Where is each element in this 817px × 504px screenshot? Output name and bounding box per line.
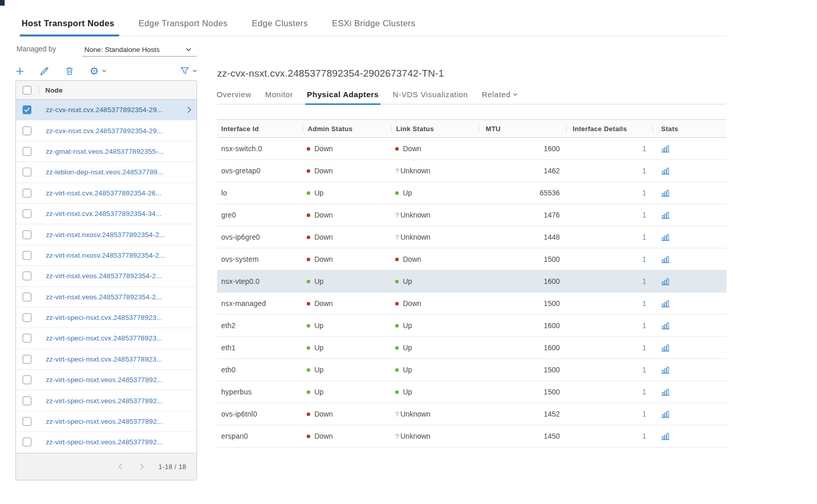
interface-details-link[interactable]: 1 <box>642 321 646 330</box>
interface-details-link[interactable]: 1 <box>642 410 646 418</box>
node-row[interactable]: zz-gmat-nsxt.veos.2485377892355-... <box>16 141 197 162</box>
node-row[interactable]: zz-virt-nsxt.veos.2485377892354-2... <box>16 287 197 308</box>
node-link[interactable]: zz-cvx-nsxt.cvx.2485377892354-29... <box>46 106 186 114</box>
stats-button[interactable] <box>661 278 670 285</box>
interface-details-link[interactable]: 1 <box>642 145 646 153</box>
row-checkbox[interactable] <box>23 272 31 280</box>
detail-tab[interactable]: Physical Adapters <box>307 86 379 104</box>
detail-tab[interactable]: Related <box>482 86 518 104</box>
page-tab[interactable]: ESXi Bridge Clusters <box>327 17 420 35</box>
node-row[interactable]: zz-virt-speci-nsxt.veos.2485377892... <box>16 432 197 453</box>
node-row[interactable]: zz-cvx-nsxt.cvx.2485377892354-29... <box>16 120 197 141</box>
node-link[interactable]: zz-virt-speci-nsxt.veos.2485377892... <box>46 397 197 405</box>
node-link[interactable]: zz-virt-nsxt.cvx.2485377892354-26... <box>46 189 197 197</box>
node-link[interactable]: zz-virt-nsxt.nxosv.2485377892354-2... <box>46 231 197 239</box>
node-link[interactable]: zz-virt-nsxt.veos.2485377892354-2... <box>46 293 197 301</box>
page-tab[interactable]: Edge Clusters <box>246 17 313 35</box>
stats-button[interactable] <box>661 256 670 263</box>
interface-details-link[interactable]: 1 <box>642 233 646 241</box>
node-row[interactable]: zz-virt-speci-nsxt.cvx.24853778923... <box>16 308 197 328</box>
node-link[interactable]: zz-virt-speci-nsxt.veos.2485377892... <box>46 438 197 446</box>
interface-details-link[interactable]: 1 <box>642 167 646 175</box>
node-link[interactable]: zz-virt-speci-nsxt.cvx.24853778923... <box>46 314 197 321</box>
detail-tab[interactable]: Monitor <box>265 86 293 104</box>
add-button[interactable] <box>15 67 24 76</box>
row-checkbox[interactable] <box>23 417 31 426</box>
node-link[interactable]: zz-virt-nsxt.cvx.2485377892354-34... <box>46 210 197 218</box>
page-tab[interactable]: Host Transport Nodes <box>20 17 119 35</box>
stats-button[interactable] <box>661 211 670 219</box>
edit-button[interactable] <box>40 66 49 76</box>
interface-details-link[interactable]: 1 <box>642 388 646 396</box>
row-checkbox[interactable] <box>23 355 31 364</box>
row-checkbox[interactable] <box>23 438 31 446</box>
stats-button[interactable] <box>661 233 670 241</box>
node-row[interactable]: zz-leblon-dep-nsxt.veos.248537789... <box>16 162 197 183</box>
node-row[interactable]: zz-cvx-nsxt.cvx.2485377892354-29... <box>16 100 197 120</box>
column-header-stats[interactable]: Stats <box>652 120 726 137</box>
node-row[interactable]: zz-virt-speci-nsxt.veos.2485377892... <box>16 370 197 390</box>
row-checkbox[interactable] <box>23 209 31 218</box>
interface-details-link[interactable]: 1 <box>642 255 646 263</box>
select-all-checkbox[interactable] <box>23 86 31 95</box>
row-checkbox[interactable] <box>23 375 31 384</box>
filter-button[interactable] <box>180 67 197 75</box>
stats-button[interactable] <box>661 189 670 197</box>
node-row[interactable]: zz-virt-speci-nsxt.veos.2485377892... <box>16 390 197 411</box>
stats-button[interactable] <box>661 433 670 440</box>
row-checkbox[interactable] <box>23 168 31 176</box>
interface-details-link[interactable]: 1 <box>642 344 646 352</box>
column-header-admin-status[interactable]: Admin Status <box>303 120 391 137</box>
detail-tab[interactable]: Overview <box>217 86 251 104</box>
node-link[interactable]: zz-virt-speci-nsxt.cvx.24853778923... <box>46 355 197 363</box>
row-checkbox[interactable] <box>23 230 31 239</box>
node-row[interactable]: zz-virt-speci-nsxt.veos.2485377892... <box>16 411 197 432</box>
stats-button[interactable] <box>661 366 670 374</box>
column-header-interface-id[interactable]: Interface Id <box>217 120 303 137</box>
stats-button[interactable] <box>661 344 670 352</box>
stats-button[interactable] <box>661 300 670 308</box>
row-checkbox[interactable] <box>23 334 31 343</box>
column-header-interface-details[interactable]: Interface Details <box>566 120 652 137</box>
node-link[interactable]: zz-cvx-nsxt.cvx.2485377892354-29... <box>46 127 197 135</box>
row-checkbox[interactable] <box>23 127 31 135</box>
managed-by-select[interactable]: None: Standalone Hosts <box>82 43 197 57</box>
next-page-button[interactable] <box>140 463 144 470</box>
node-link[interactable]: zz-virt-speci-nsxt.veos.2485377892... <box>46 376 197 384</box>
node-link[interactable]: zz-virt-speci-nsxt.veos.2485377892... <box>46 418 197 425</box>
interface-details-link[interactable]: 1 <box>642 211 646 219</box>
row-checkbox[interactable] <box>23 251 31 260</box>
node-row[interactable]: zz-virt-nsxt.cvx.2485377892354-26... <box>16 183 197 204</box>
stats-button[interactable] <box>661 410 670 418</box>
interface-details-link[interactable]: 1 <box>642 277 646 285</box>
node-row[interactable]: zz-virt-nsxt.veos.2485377892354-2... <box>16 266 197 286</box>
detail-tab[interactable]: N-VDS Visualization <box>393 86 468 104</box>
interface-details-link[interactable]: 1 <box>642 299 646 308</box>
node-column-header[interactable]: Node <box>45 86 63 94</box>
stats-button[interactable] <box>661 145 670 153</box>
node-link[interactable]: zz-leblon-dep-nsxt.veos.248537789... <box>46 168 197 176</box>
row-checkbox[interactable] <box>23 313 31 322</box>
interface-details-link[interactable]: 1 <box>642 189 646 197</box>
column-header-link-status[interactable]: Link Status <box>391 120 478 137</box>
node-row[interactable]: zz-virt-speci-nsxt.cvx.24853778923... <box>16 349 197 370</box>
node-link[interactable]: zz-virt-speci-nsxt.cvx.24853778923... <box>46 334 197 342</box>
settings-button[interactable]: ⚙ <box>90 66 106 76</box>
row-checkbox[interactable] <box>23 293 31 301</box>
node-row[interactable]: zz-virt-nsxt.nxosv.2485377892354-2... <box>16 224 197 245</box>
node-link[interactable]: zz-virt-nsxt.nxosv.2485377892354-2... <box>46 251 197 259</box>
node-row[interactable]: zz-virt-nsxt.nxosv.2485377892354-2... <box>16 245 197 266</box>
node-link[interactable]: zz-gmat-nsxt.veos.2485377892355-... <box>46 148 197 155</box>
row-checkbox[interactable] <box>23 397 31 405</box>
previous-page-button[interactable] <box>118 463 122 470</box>
node-row[interactable]: zz-virt-speci-nsxt.cvx.24853778923... <box>16 328 197 349</box>
delete-button[interactable] <box>65 66 74 76</box>
row-checkbox[interactable] <box>23 189 31 197</box>
node-link[interactable]: zz-virt-nsxt.veos.2485377892354-2... <box>46 272 197 280</box>
page-tab[interactable]: Edge Transport Nodes <box>133 17 233 35</box>
stats-button[interactable] <box>661 388 670 396</box>
stats-button[interactable] <box>661 322 670 330</box>
interface-details-link[interactable]: 1 <box>642 366 646 374</box>
interface-details-link[interactable]: 1 <box>642 432 646 440</box>
row-checkbox[interactable] <box>23 147 31 156</box>
